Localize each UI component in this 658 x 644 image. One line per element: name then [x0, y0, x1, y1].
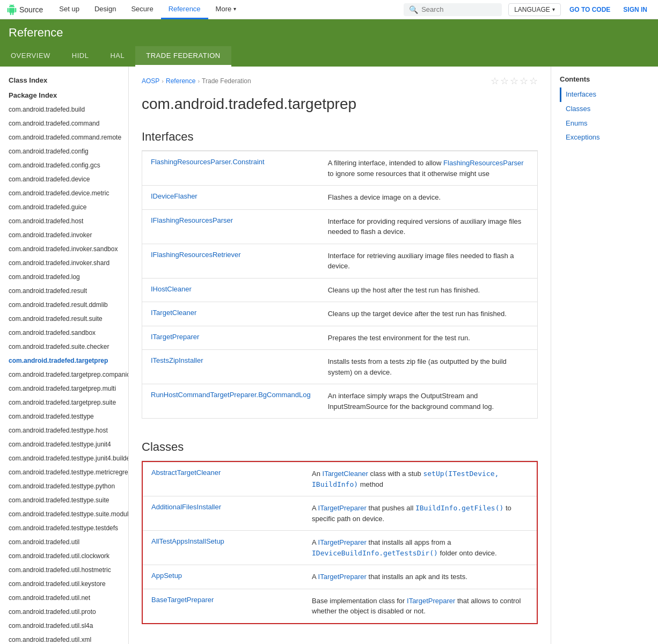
search-input[interactable]	[421, 5, 496, 13]
tab-hidl[interactable]: HIDL	[61, 46, 100, 67]
interface-link-6[interactable]: ITargetPreparer	[151, 333, 199, 341]
nav-more[interactable]: More ▾	[208, 0, 244, 19]
sidebar-item-6[interactable]: com.android.tradefed.device.metric	[0, 186, 128, 200]
sidebar-package-index[interactable]: Package Index	[0, 88, 128, 103]
sidebar-item-11[interactable]: com.android.tradefed.invoker.shard	[0, 256, 128, 270]
interface-link-8[interactable]: RunHostCommandTargetPreparer.BgCommandLo…	[151, 391, 311, 399]
star-5[interactable]: ☆	[529, 75, 538, 87]
go-to-code-button[interactable]: GO TO CODE	[565, 6, 615, 13]
logo-link[interactable]: Source	[6, 4, 43, 15]
class-link-4[interactable]: BaseTargetPreparer	[151, 596, 214, 604]
sidebar-item-1[interactable]: com.android.tradefed.command	[0, 116, 128, 130]
interface-link-7[interactable]: ITestsZipInstaller	[151, 356, 203, 364]
contents-classes[interactable]: Classes	[560, 102, 658, 116]
class-link-3[interactable]: AppSetup	[151, 572, 182, 580]
interface-link-3[interactable]: IFlashingResourcesRetriever	[151, 251, 241, 259]
breadcrumb-aosp[interactable]: AOSP	[142, 77, 159, 85]
sidebar-item-27[interactable]: com.android.tradefed.testtype.suite	[0, 493, 128, 507]
sidebar-item-15[interactable]: com.android.tradefed.result.suite	[0, 312, 128, 326]
class-desc-itargetcleaner[interactable]: ITargetCleaner	[323, 470, 368, 478]
class-desc-itargetpreparer-3[interactable]: ITargetPreparer	[318, 573, 367, 581]
page-title: com.android.tradefed.targetprep	[129, 91, 551, 121]
nav-secure[interactable]: Secure	[123, 0, 160, 19]
sidebar-item-18[interactable]: com.android.tradefed.targetprep.companio…	[0, 368, 128, 382]
sidebar-item-25[interactable]: com.android.tradefed.testtype.metricregr…	[0, 465, 128, 479]
nav-design[interactable]: Design	[87, 0, 123, 19]
star-2[interactable]: ☆	[500, 75, 509, 87]
sidebar-item-34[interactable]: com.android.tradefed.util.net	[0, 591, 128, 605]
sidebar-item-10[interactable]: com.android.tradefed.invoker.sandbox	[0, 242, 128, 256]
sidebar-item-31[interactable]: com.android.tradefed.util.clockwork	[0, 549, 128, 563]
sidebar-item-17[interactable]: com.android.tradefed.suite.checker	[0, 340, 128, 354]
sidebar-item-0[interactable]: com.android.tradefed.build	[0, 103, 128, 116]
sidebar-item-29[interactable]: com.android.tradefed.testtype.testdefs	[0, 521, 128, 535]
class-desc-getfiles[interactable]: IBuildInfo.getFiles()	[415, 504, 503, 512]
sign-in-button[interactable]: SIGN IN	[619, 6, 652, 13]
sidebar-item-21[interactable]: com.android.tradefed.testtype	[0, 409, 128, 423]
star-1[interactable]: ☆	[491, 75, 499, 87]
page-body: Class Index Package Index com.android.tr…	[0, 67, 658, 644]
interface-link-0[interactable]: FlashingResourcesParser.Constraint	[151, 158, 265, 166]
sidebar-item-32[interactable]: com.android.tradefed.util.hostmetric	[0, 563, 128, 577]
nav-reference[interactable]: Reference	[161, 0, 208, 19]
sidebar-item-7[interactable]: com.android.tradefed.guice	[0, 200, 128, 214]
tab-overview[interactable]: OVERVIEW	[0, 46, 61, 67]
contents-enums[interactable]: Enums	[560, 116, 658, 131]
sidebar-item-37[interactable]: com.android.tradefed.util.xml	[0, 633, 128, 644]
interface-link-4[interactable]: IHostCleaner	[151, 285, 192, 293]
tab-bar: OVERVIEW HIDL HAL TRADE FEDERATION	[0, 46, 658, 67]
class-desc-gettestsdir[interactable]: IDeviceBuildInfo.getTestsDir()	[312, 549, 438, 557]
sidebar-class-index[interactable]: Class Index	[0, 73, 128, 88]
sidebar-item-28[interactable]: com.android.tradefed.testtype.suite.modu…	[0, 507, 128, 521]
right-sidebar: Contents Interfaces Classes Enums Except…	[551, 67, 658, 644]
sidebar-item-4[interactable]: com.android.tradefed.config.gcs	[0, 158, 128, 172]
interfaces-table: FlashingResourcesParser.Constraint A fil…	[142, 151, 538, 419]
class-desc-itargetpreparer-1[interactable]: ITargetPreparer	[318, 504, 367, 512]
sidebar-item-16[interactable]: com.android.tradefed.sandbox	[0, 326, 128, 340]
sidebar-item-14[interactable]: com.android.tradefed.result.ddmlib	[0, 298, 128, 312]
sidebar-item-8[interactable]: com.android.tradefed.host	[0, 214, 128, 228]
class-link-0[interactable]: AbstractTargetCleaner	[151, 469, 221, 477]
sidebar-item-targetprep[interactable]: com.android.tradefed.targetprep	[0, 354, 128, 368]
interfaces-heading: Interfaces	[142, 121, 538, 151]
sidebar-item-20[interactable]: com.android.tradefed.targetprep.suite	[0, 396, 128, 409]
table-row: AdditionalFilesInstaller A ITargetPrepar…	[142, 496, 537, 531]
class-link-2[interactable]: AllTestAppsInstallSetup	[151, 537, 224, 545]
sidebar-item-33[interactable]: com.android.tradefed.util.keystore	[0, 577, 128, 591]
sidebar-item-5[interactable]: com.android.tradefed.device	[0, 172, 128, 186]
language-button[interactable]: LANGUAGE ▾	[508, 3, 561, 16]
android-logo-icon	[6, 4, 17, 15]
star-4[interactable]: ☆	[520, 75, 528, 87]
top-nav: Source Set up Design Secure Reference Mo…	[0, 0, 658, 19]
sidebar-item-24[interactable]: com.android.tradefed.testtype.junit4.bui…	[0, 451, 128, 465]
contents-interfaces[interactable]: Interfaces	[560, 87, 658, 102]
sidebar-item-22[interactable]: com.android.tradefed.testtype.host	[0, 423, 128, 437]
sidebar-item-3[interactable]: com.android.tradefed.config	[0, 144, 128, 158]
sidebar-item-9[interactable]: com.android.tradefed.invoker	[0, 228, 128, 242]
interface-desc-4: Cleans up the host after the test run ha…	[319, 278, 538, 302]
classes-section: Classes AbstractTargetCleaner An ITarget…	[129, 431, 551, 637]
star-3[interactable]: ☆	[510, 75, 518, 87]
breadcrumb-reference[interactable]: Reference	[166, 77, 195, 85]
sidebar-item-30[interactable]: com.android.tradefed.util	[0, 535, 128, 549]
tab-trade-federation[interactable]: TRADE FEDERATION	[135, 46, 231, 67]
class-desc-itargetpreparer-4[interactable]: ITargetPreparer	[407, 597, 455, 605]
nav-setup[interactable]: Set up	[52, 0, 87, 19]
sidebar-item-13[interactable]: com.android.tradefed.result	[0, 284, 128, 298]
class-link-1[interactable]: AdditionalFilesInstaller	[151, 503, 221, 511]
interface-link-5[interactable]: ITargetCleaner	[151, 309, 196, 317]
sidebar-item-12[interactable]: com.android.tradefed.log	[0, 270, 128, 284]
interface-link-1[interactable]: IDeviceFlasher	[151, 192, 198, 200]
sidebar-item-36[interactable]: com.android.tradefed.util.sl4a	[0, 619, 128, 633]
sidebar-item-23[interactable]: com.android.tradefed.testtype.junit4	[0, 437, 128, 451]
sidebar-item-2[interactable]: com.android.tradefed.command.remote	[0, 130, 128, 144]
interface-desc-link-0[interactable]: FlashingResourcesParser	[443, 159, 524, 167]
sidebar-item-35[interactable]: com.android.tradefed.util.proto	[0, 605, 128, 619]
tab-hal[interactable]: HAL	[99, 46, 135, 67]
class-desc-itargetpreparer-2[interactable]: ITargetPreparer	[318, 538, 367, 546]
contents-exceptions[interactable]: Exceptions	[560, 130, 658, 145]
sidebar-item-19[interactable]: com.android.tradefed.targetprep.multi	[0, 382, 128, 396]
interface-link-2[interactable]: IFlashingResourcesParser	[151, 216, 233, 224]
sidebar-item-26[interactable]: com.android.tradefed.testtype.python	[0, 479, 128, 493]
class-desc-4: Base implementation class for ITargetPre…	[303, 589, 537, 624]
